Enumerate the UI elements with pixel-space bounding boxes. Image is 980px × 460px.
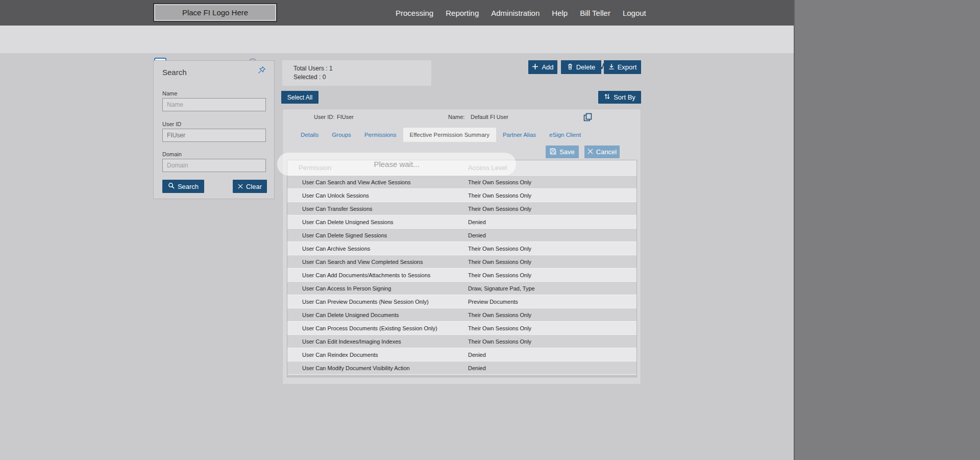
permission-cell: User Can Delete Signed Sessions: [287, 232, 468, 238]
sort-by-button[interactable]: Sort By: [598, 91, 641, 104]
access-level-cell: Draw, Signature Pad, Type: [468, 285, 636, 292]
permission-cell: User Can Delete Unsigned Sessions: [287, 219, 468, 225]
delete-button[interactable]: Delete: [561, 60, 601, 74]
save-button[interactable]: Save: [546, 146, 579, 158]
select-all-button[interactable]: Select All: [281, 91, 318, 104]
summary-box: Total Users : 1 Selected : 0: [282, 60, 431, 86]
clear-button[interactable]: Clear: [233, 180, 267, 193]
access-level-cell: Their Own Sessions Only: [468, 259, 636, 265]
table-row: User Can Edit Indexes/Imaging IndexesThe…: [287, 334, 636, 348]
permission-cell: User Can Preview Documents (New Session …: [287, 299, 468, 305]
fi-logo-placeholder-text: Place FI Logo Here: [182, 8, 248, 17]
trash-icon: [567, 63, 573, 71]
search-button[interactable]: Search: [162, 180, 204, 193]
nav-item-processing[interactable]: Processing: [396, 9, 433, 17]
window-right-edge: [794, 0, 795, 460]
table-row: User Can Delete Unsigned DocumentsTheir …: [287, 308, 636, 321]
search-icon: [168, 182, 175, 190]
user-id-field-label: User ID: [162, 121, 181, 127]
table-row: User Can Delete Signed SessionsDenied: [287, 228, 636, 241]
table-row: User Can Modify Document Visibility Acti…: [287, 361, 636, 374]
sort-icon: [604, 93, 610, 102]
nav-item-logout[interactable]: Logout: [623, 9, 646, 17]
name-field-label: Name: [162, 90, 177, 96]
user-id-label: User ID:: [314, 114, 334, 120]
tabs: DetailsGroupsPermissionsEffective Permis…: [294, 128, 587, 142]
selected-count-text: Selected : 0: [293, 73, 431, 82]
total-users-text: Total Users : 1: [293, 64, 431, 73]
access-level-cell: Their Own Sessions Only: [468, 206, 636, 212]
tab-groups[interactable]: Groups: [325, 128, 358, 142]
access-level-cell: Their Own Sessions Only: [468, 338, 636, 345]
access-level-cell: Their Own Sessions Only: [468, 246, 636, 252]
access-level-cell: Denied: [468, 365, 636, 371]
top-nav: ProcessingReportingAdministrationHelpBil…: [396, 0, 646, 26]
user-id-input[interactable]: [162, 129, 266, 142]
table-row: User Can Search and View Active Sessions…: [287, 175, 636, 188]
permission-cell: User Can Unlock Sessions: [287, 192, 468, 199]
permission-cell: User Can Search and View Active Sessions: [287, 179, 468, 185]
export-button[interactable]: Export: [604, 60, 641, 74]
permission-column-header: Permission: [287, 164, 468, 172]
permissions-table: Permission Access Level User Can Search …: [287, 160, 637, 377]
table-row: User Can Process Documents (Existing Ses…: [287, 321, 636, 334]
name-input[interactable]: [162, 98, 266, 111]
permission-cell: User Can Modify Document Visibility Acti…: [287, 365, 468, 371]
add-button[interactable]: Add: [528, 60, 557, 74]
name-value: Default FI User: [471, 114, 508, 120]
user-id-value: FIUser: [337, 114, 354, 120]
domain-input[interactable]: [162, 159, 266, 172]
permission-cell: User Can Search and View Completed Sessi…: [287, 259, 468, 265]
permission-cell: User Can Process Documents (Existing Ses…: [287, 325, 468, 331]
table-row: User Can Search and View Completed Sessi…: [287, 255, 636, 268]
permission-cell: User Can Add Documents/Attachments to Se…: [287, 272, 468, 278]
permission-cell: User Can Reindex Documents: [287, 352, 468, 358]
copy-icon[interactable]: [583, 113, 592, 124]
table-row: User Can Preview Documents (New Session …: [287, 295, 636, 308]
tab-partner-alias[interactable]: Partner Alias: [496, 128, 543, 142]
export-button-label: Export: [618, 63, 637, 71]
access-level-cell: Their Own Sessions Only: [468, 312, 636, 318]
access-level-cell: Denied: [468, 219, 636, 225]
nav-item-reporting[interactable]: Reporting: [446, 9, 479, 17]
table-row: User Can Reindex DocumentsDenied: [287, 348, 636, 361]
save-button-label: Save: [559, 148, 575, 156]
table-row: User Can Access In Person SigningDraw, S…: [287, 281, 636, 295]
search-button-label: Search: [178, 183, 199, 190]
download-icon: [608, 63, 615, 71]
tab-esign-client[interactable]: eSign Client: [543, 128, 587, 142]
access-level-cell: Their Own Sessions Only: [468, 192, 636, 199]
page-header: User Maintenance Kinective Sign: [0, 26, 795, 53]
clear-button-label: Clear: [246, 183, 262, 190]
add-icon: [532, 63, 538, 71]
sort-by-button-label: Sort By: [614, 93, 635, 101]
cancel-button[interactable]: Cancel: [584, 146, 620, 158]
name-label: Name:: [448, 114, 464, 120]
nav-item-bill-teller[interactable]: Bill Teller: [580, 9, 610, 17]
top-bar: Place FI Logo Here ProcessingReportingAd…: [0, 0, 795, 26]
delete-button-label: Delete: [576, 63, 596, 71]
access-level-cell: Denied: [468, 352, 636, 358]
app-window: Place FI Logo Here ProcessingReportingAd…: [0, 0, 795, 460]
tab-effective-permission-summary[interactable]: Effective Permission Summary: [403, 128, 496, 142]
nav-item-administration[interactable]: Administration: [491, 9, 540, 17]
access-level-cell: Their Own Sessions Only: [468, 272, 636, 278]
search-panel: Search Name User ID Domain Search: [153, 60, 275, 199]
add-button-label: Add: [542, 63, 553, 71]
fi-logo-placeholder: Place FI Logo Here: [153, 3, 277, 22]
table-row-partial: [287, 374, 636, 377]
pin-icon[interactable]: [257, 66, 266, 77]
table-row: User Can Unlock SessionsTheir Own Sessio…: [287, 188, 636, 202]
user-card: User ID: FIUser Name: Default FI User De…: [282, 109, 641, 384]
access-level-cell: Preview Documents: [468, 299, 636, 305]
permission-cell: User Can Transfer Sessions: [287, 206, 468, 212]
permissions-table-body: User Can Search and View Active Sessions…: [287, 175, 636, 377]
tab-permissions[interactable]: Permissions: [358, 128, 403, 142]
nav-item-help[interactable]: Help: [552, 9, 568, 17]
permission-cell: User Can Access In Person Signing: [287, 285, 468, 292]
table-row: User Can Delete Unsigned SessionsDenied: [287, 215, 636, 228]
select-all-button-label: Select All: [287, 94, 312, 101]
table-row: User Can Archive SessionsTheir Own Sessi…: [287, 241, 636, 255]
permission-cell: User Can Archive Sessions: [287, 246, 468, 252]
tab-details[interactable]: Details: [294, 128, 325, 142]
